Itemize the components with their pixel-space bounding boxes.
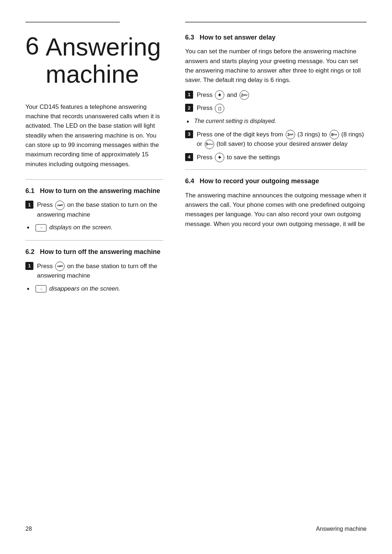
step-6-3-4: 4 Press ✦ to save the settings bbox=[185, 153, 367, 163]
step-6-3-2-text: Press ⎕ bbox=[197, 103, 367, 113]
section-6-4-divider bbox=[185, 169, 367, 170]
section-6-3-intro: You can set the number of rings before t… bbox=[185, 47, 367, 85]
step-6-3-4-text: Press ✦ to save the settings bbox=[197, 153, 367, 163]
section-6-4: 6.4 How to record your outgoing message … bbox=[185, 177, 367, 229]
footer-title: Answering machine bbox=[316, 526, 367, 532]
right-column: 6.3 How to set answer delay You can set … bbox=[185, 33, 367, 508]
page-number: 28 bbox=[25, 526, 32, 532]
step-6-2-1-text: Press onoff on the base station to turn … bbox=[37, 262, 163, 280]
step-6-3-1: 1 Press ✦ and 2abc bbox=[185, 90, 367, 100]
bullet-6-3-1-text: The current setting is displayed. bbox=[194, 117, 276, 126]
step-6-3-3-text: Press one of the digit keys from 3def (3… bbox=[197, 130, 367, 149]
section-6-1-heading: 6.1 How to turn on the answering machine bbox=[25, 187, 163, 195]
section-6-3-heading: 6.3 How to set answer delay bbox=[185, 33, 367, 42]
step-num-6-3-4: 4 bbox=[185, 153, 193, 161]
step-number-1: 1 bbox=[25, 201, 33, 209]
on-off-button-icon-2: onoff bbox=[55, 262, 65, 271]
step-number-1-s2: 1 bbox=[25, 262, 33, 270]
navigate-icon-2: ✦ bbox=[215, 153, 224, 162]
bullet-6-1-1: • ⎓ displays on the screen. bbox=[27, 223, 163, 233]
left-column: 6 Answering machine Your CD145 features … bbox=[25, 33, 163, 508]
step-num-6-3-3: 3 bbox=[185, 130, 193, 138]
top-rule-left bbox=[25, 22, 120, 22]
section-6-1-divider bbox=[25, 179, 163, 180]
bullet-dot-2: • bbox=[27, 283, 29, 294]
footer: 28 Answering machine bbox=[25, 523, 367, 532]
step-6-3-2: 2 Press ⎕ bbox=[185, 103, 367, 113]
screen-icon: ⎓ bbox=[36, 224, 46, 231]
top-rule-right bbox=[185, 22, 367, 22]
section-6-2: 6.2 How to turn off the answering machin… bbox=[25, 248, 163, 294]
chapter-title: Answering machine bbox=[46, 33, 163, 88]
section-6-4-intro: The answering machine announces the outg… bbox=[185, 191, 367, 229]
chapter-number: 6 bbox=[25, 33, 39, 58]
bullet-dot: • bbox=[27, 222, 29, 233]
step-6-3-1-text: Press ✦ and 2abc bbox=[197, 90, 367, 100]
bullet-6-2-1: • ⎓ disappears on the screen. bbox=[27, 284, 163, 294]
on-off-button-icon: onoff bbox=[55, 201, 65, 210]
navigate-icon-1: ✦ bbox=[215, 90, 224, 100]
bullet-6-3-1: • The current setting is displayed. bbox=[187, 117, 367, 127]
step-6-2-1: 1 Press onoff on the base station to tur… bbox=[25, 262, 163, 280]
section-6-4-heading: 6.4 How to record your outgoing message bbox=[185, 177, 367, 185]
bullet-6-2-1-text: ⎓ disappears on the screen. bbox=[34, 284, 120, 294]
step-6-3-3: 3 Press one of the digit keys from 3def … bbox=[185, 130, 367, 149]
section-6-1: 6.1 How to turn on the answering machine… bbox=[25, 187, 163, 233]
section-6-3: 6.3 How to set answer delay You can set … bbox=[185, 33, 367, 162]
bullet-6-1-1-text: ⎓ displays on the screen. bbox=[34, 223, 113, 232]
section-6-2-heading: 6.2 How to turn off the answering machin… bbox=[25, 248, 163, 256]
screen-icon-2: ⎓ bbox=[36, 285, 46, 292]
section-6-2-divider bbox=[25, 240, 163, 241]
digit-3-icon: 3def bbox=[286, 130, 295, 139]
bullet-dot-3: • bbox=[187, 116, 189, 127]
chapter-intro: Your CD145 features a telephone answerin… bbox=[25, 102, 163, 169]
digit-9-icon: 9wxyz bbox=[205, 140, 214, 149]
digit-8-icon: 8tuv bbox=[330, 130, 339, 139]
menu-icon: ⎕ bbox=[215, 104, 224, 113]
page: 6 Answering machine Your CD145 features … bbox=[0, 0, 392, 554]
step-6-1-1: 1 Press onoff on the base station to tur… bbox=[25, 200, 163, 219]
step-num-6-3-2: 2 bbox=[185, 104, 193, 112]
step-6-1-1-text: Press onoff on the base station to turn … bbox=[37, 200, 163, 219]
step-num-6-3-1: 1 bbox=[185, 91, 193, 99]
digit-2-icon: 2abc bbox=[240, 90, 249, 100]
